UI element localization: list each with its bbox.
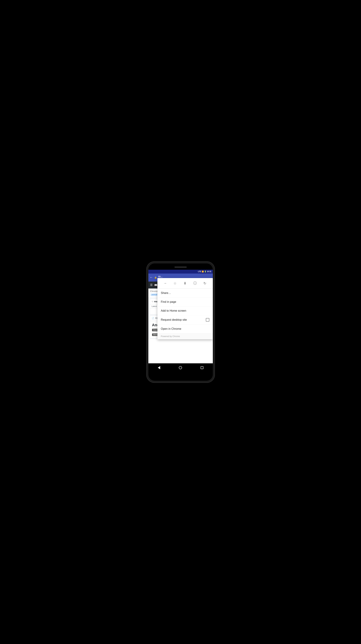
phone-device: LTE 📶 🔋 10:31 ← 🔒 Gi... http... [147,262,215,382]
menu-item-desktop[interactable]: Request desktop site [157,315,213,324]
menu-item-desktop-label: Request desktop site [161,318,187,322]
menu-item-add-home[interactable]: Add to Home screen [157,306,213,315]
menu-footer: Powered by Chrome [157,334,213,339]
menu-item-open-chrome-label: Open in Chrome [161,327,181,330]
menu-item-share[interactable]: Share… [157,289,213,298]
menu-item-desktop-row: Request desktop site [161,318,209,322]
menu-item-share-label: Share… [161,292,171,294]
menu-item-open-chrome[interactable]: Open in Chrome [157,324,213,334]
menu-item-find-label: Find in page [161,300,176,303]
desktop-checkbox[interactable] [206,318,209,322]
menu-forward-icon[interactable]: → [162,280,168,286]
context-menu: → ☆ ⬇ ⓘ ↻ Share… Find in page Add to H [157,278,213,339]
menu-icon-bar: → ☆ ⬇ ⓘ ↻ [157,278,213,289]
menu-info-icon[interactable]: ⓘ [192,280,198,286]
speaker [174,266,187,268]
screen: LTE 📶 🔋 10:31 ← 🔒 Gi... http... [148,270,213,372]
phone-inner: LTE 📶 🔋 10:31 ← 🔒 Gi... http... [148,264,213,381]
menu-refresh-icon[interactable]: ↻ [202,280,208,286]
menu-item-add-home-label: Add to Home screen [161,309,186,312]
menu-download-icon[interactable]: ⬇ [182,280,188,286]
menu-item-find[interactable]: Find in page [157,298,213,306]
menu-footer-text: Powered by Chrome [161,335,180,338]
menu-bookmark-icon[interactable]: ☆ [172,280,178,286]
context-menu-overlay: → ☆ ⬇ ⓘ ↻ Share… Find in page Add to H [148,270,213,372]
